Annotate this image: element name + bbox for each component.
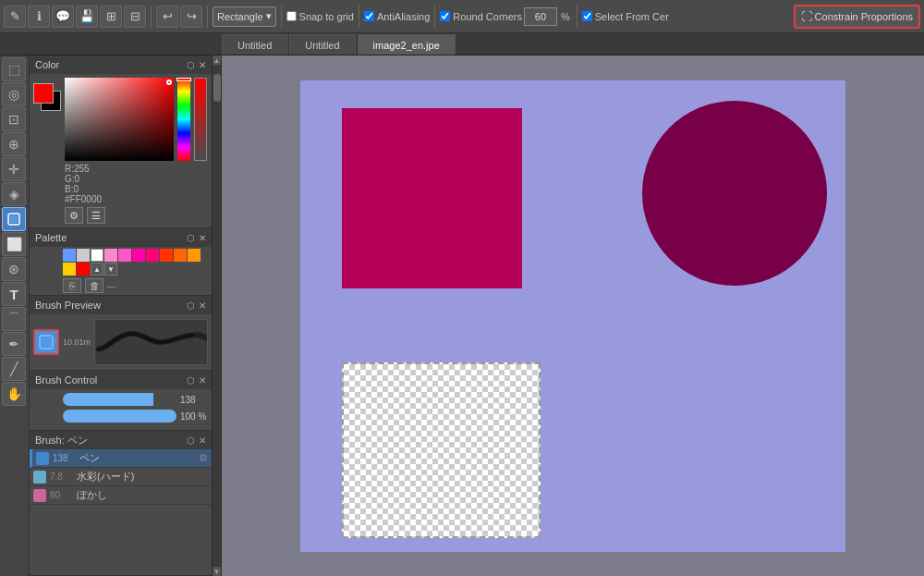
tool-eyedropper[interactable]: ⊕ <box>2 132 26 156</box>
tool-move[interactable]: ✛ <box>2 157 26 181</box>
hue-slider[interactable] <box>177 78 190 161</box>
snap-group: Snap to grid <box>286 11 354 22</box>
tool-select[interactable]: ⬚ <box>2 57 26 81</box>
round-corners-checkbox[interactable] <box>440 11 450 21</box>
tool-smudge[interactable]: ⊛ <box>2 257 26 281</box>
brush-control-content: 138 100 % <box>30 389 212 430</box>
brush-size-slider[interactable] <box>63 393 176 406</box>
brush-list-item-pen[interactable]: 138 ペン ⚙ <box>30 449 212 468</box>
brush-control-panel: Brush Control ⬡ ✕ 138 <box>30 371 212 431</box>
palette-swatch-pink2[interactable] <box>118 249 131 262</box>
brush-control-title: Brush Control <box>35 374 97 386</box>
palette-close-icon[interactable]: ✕ <box>199 233 206 243</box>
color-r-label: R: <box>65 164 74 174</box>
panel-scrollbar[interactable]: ▲ ▼ <box>212 55 221 576</box>
canvas-area[interactable] <box>222 55 924 576</box>
shape-tool-dropdown[interactable]: Rectangle ▾ <box>213 6 276 27</box>
palette-expand-icon[interactable]: ⬡ <box>187 233 195 243</box>
palette-scroll-up[interactable]: ▲ <box>91 263 103 276</box>
palette-scroll-down[interactable]: ▼ <box>104 263 117 276</box>
brush-color-watercolor <box>33 471 46 484</box>
round-corners-label: Round Corners <box>453 11 522 22</box>
tab-bar: Untitled Untitled image2_en.jpe <box>0 33 924 55</box>
brush-opacity-slider[interactable] <box>63 410 176 423</box>
brush-preview-close-icon[interactable]: ✕ <box>199 300 206 311</box>
tool-fill[interactable]: ◈ <box>2 182 26 206</box>
antialias-checkbox[interactable] <box>364 11 374 21</box>
palette-copy-button[interactable]: ⎘ <box>63 278 81 293</box>
palette-swatch-orange2[interactable] <box>174 249 187 262</box>
tool-brush-active[interactable] <box>2 207 26 231</box>
color-close-icon[interactable]: ✕ <box>199 60 206 70</box>
tool-hand[interactable]: ✋ <box>2 382 26 406</box>
layers-icon[interactable]: ⊟ <box>124 6 146 28</box>
palette-panel-header: Palette ⬡ ✕ <box>30 228 212 247</box>
brush-list-expand-icon[interactable]: ⬡ <box>187 435 195 446</box>
select-from-checkbox[interactable] <box>582 11 592 21</box>
palette-swatch-magenta1[interactable] <box>132 249 145 262</box>
brush-preview-expand-icon[interactable]: ⬡ <box>187 300 195 311</box>
brush-list-item-watercolor[interactable]: 7.8 水彩(ハード) <box>30 468 212 486</box>
palette-swatch-red[interactable] <box>77 263 90 276</box>
round-corners-input[interactable]: 60 <box>524 7 557 26</box>
tool-line[interactable]: ╱ <box>2 357 26 381</box>
scrollbar-down-button[interactable]: ▼ <box>213 567 222 576</box>
tool-pen2[interactable]: ✒ <box>2 332 26 356</box>
palette-swatch-yellow1[interactable] <box>188 249 201 262</box>
palette-swatch-magenta2[interactable] <box>146 249 159 262</box>
scrollbar-thumb[interactable] <box>213 74 221 102</box>
palette-swatch-pink1[interactable] <box>104 249 117 262</box>
brush-list-title: Brush: ペン <box>35 434 88 447</box>
color-expand-icon[interactable]: ⬡ <box>187 60 195 70</box>
brush-stroke-svg <box>95 324 207 361</box>
brush-opacity-value: 100 % <box>180 411 208 422</box>
grid-icon[interactable]: ⊞ <box>100 6 122 28</box>
brush-preview-icons: ⬡ ✕ <box>187 300 206 311</box>
palette-swatch-lightgray[interactable] <box>77 249 90 262</box>
scrollbar-track <box>213 65 222 567</box>
brush-active-icon[interactable] <box>33 329 59 355</box>
tool-eraser[interactable]: ⬜ <box>2 232 26 256</box>
palette-swatch-white[interactable] <box>91 249 103 262</box>
tool-shape2[interactable]: ⌒ <box>2 307 26 331</box>
tool-lasso[interactable]: ◎ <box>2 82 26 106</box>
brush-list-item-blur[interactable]: 80 ぼかし <box>30 486 212 505</box>
brush-control-expand-icon[interactable]: ⬡ <box>187 375 195 386</box>
redo-icon[interactable]: ↪ <box>180 6 202 28</box>
constrain-icon: ⛶ <box>801 10 812 23</box>
color-gradient[interactable] <box>65 78 174 161</box>
palette-swatch-orange1[interactable] <box>160 249 173 262</box>
info-icon[interactable]: ℹ <box>28 6 50 28</box>
undo-icon[interactable]: ↩ <box>156 6 178 28</box>
brush-stroke-preview <box>94 319 208 365</box>
tool-text[interactable]: T <box>2 282 26 306</box>
tool-crop[interactable]: ⊡ <box>2 107 26 131</box>
snap-checkbox[interactable] <box>286 11 297 21</box>
tab-untitled-2[interactable]: Untitled <box>289 34 355 55</box>
palette-swatch-blue[interactable] <box>63 249 76 262</box>
color-g-value: 0 <box>75 174 80 184</box>
palette-delete-button[interactable]: 🗑 <box>85 278 103 293</box>
separator-1 <box>151 6 152 28</box>
alpha-slider[interactable] <box>194 78 207 161</box>
brush-opacity-row: 100 % <box>63 410 208 423</box>
save-icon[interactable]: 💾 <box>76 6 98 28</box>
brush-list-close-icon[interactable]: ✕ <box>199 435 206 446</box>
brush-settings-pen-icon[interactable]: ⚙ <box>199 452 208 464</box>
new-file-icon[interactable]: ✎ <box>4 6 26 28</box>
chat-icon[interactable]: 💬 <box>52 6 74 28</box>
color-b-value: 0 <box>73 184 79 194</box>
palette-swatch-yellow2[interactable] <box>63 263 76 276</box>
magenta-rectangle <box>342 108 522 288</box>
tab-image2[interactable]: image2_en.jpe <box>358 34 456 55</box>
color-g-label: G: <box>65 174 75 184</box>
brush-icon <box>6 212 21 227</box>
brush-control-close-icon[interactable]: ✕ <box>199 375 206 386</box>
scrollbar-up-button[interactable]: ▲ <box>213 55 222 65</box>
color-options-icon[interactable]: ☰ <box>87 207 105 224</box>
color-settings-icon[interactable]: ⚙ <box>65 207 83 224</box>
brush-list-header: Brush: ペン ⬡ ✕ <box>30 431 212 449</box>
foreground-color-swatch[interactable] <box>33 83 54 104</box>
tab-untitled-1[interactable]: Untitled <box>222 34 287 55</box>
constrain-proportions-button[interactable]: ⛶ Constrain Proportions <box>794 5 920 29</box>
